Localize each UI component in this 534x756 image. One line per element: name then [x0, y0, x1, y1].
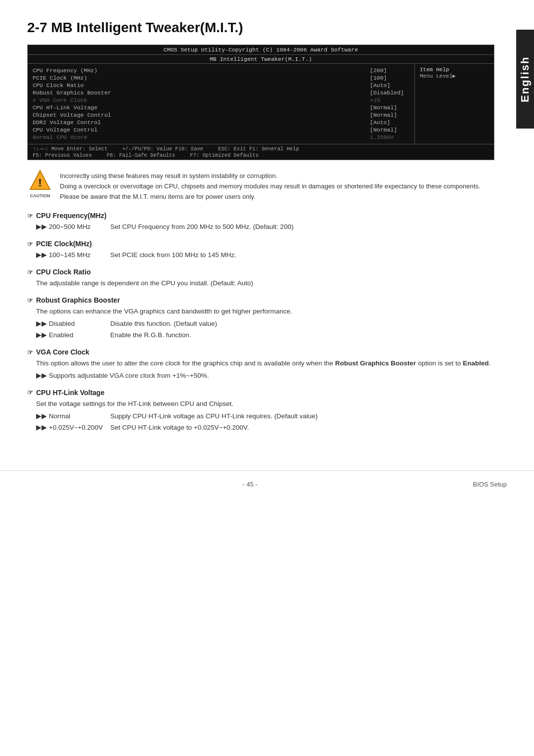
bios-subheader: MB Intelligent Tweaker(M.I.T.) — [28, 55, 494, 64]
bios-row: Normal CPU Vcore1.3500V — [33, 133, 409, 141]
section-body-vga-core-clock: This option allows the user to alter the… — [36, 358, 494, 382]
caution-line: Doing a overclock or overvoltage on CPU,… — [60, 181, 494, 192]
section-cpu-ht-link-voltage: CPU HT-Link VoltageSet the voltage setti… — [27, 389, 494, 434]
section-body-pcie-clock: ▶▶ 100~145 MHzSet PCIE clock from 100 MH… — [36, 250, 494, 261]
bios-screen: CMOS Setup Utility-Copyright (C) 1984-20… — [27, 44, 494, 160]
section-robust-graphics-booster: Robust Graphics BoosterThe options can e… — [27, 296, 494, 341]
bios-header: CMOS Setup Utility-Copyright (C) 1984-20… — [28, 45, 494, 55]
bullet-label: ▶▶ Disabled — [36, 318, 110, 330]
bullet-label: ▶▶ +0.025V~+0.200V — [36, 422, 110, 434]
bullet-row: ▶▶ 100~145 MHzSet PCIE clock from 100 MH… — [36, 250, 494, 261]
section-title-cpu-clock-ratio: CPU Clock Ratio — [27, 268, 494, 276]
bios-help-panel: Item Help Menu Level▶ — [415, 64, 494, 144]
bios-row: PCIE Clock (MHz)[100] — [33, 74, 409, 82]
section-body-text: This option allows the user to alter the… — [36, 358, 494, 369]
bullet-label: ▶▶ Normal — [36, 411, 110, 422]
caution-line: Please be aware that the M.I.T. menu ite… — [60, 192, 494, 202]
section-cpu-clock-ratio: CPU Clock RatioThe adjustable range is d… — [27, 268, 494, 289]
bullet-label: ▶▶ Enabled — [36, 330, 110, 341]
bios-row: DDR2 Voltage Control[Auto] — [33, 119, 409, 126]
bios-footer: ↑↓→←: Move Enter: Select+/-/PU/PD: Value… — [28, 144, 494, 160]
bios-row: x VGA Core Clock+1% — [33, 96, 409, 104]
english-tab: English — [516, 30, 534, 129]
bios-menu-level: Menu Level▶ — [420, 73, 489, 79]
bullet-row: ▶▶ NormalSupply CPU HT-Link voltage as C… — [36, 411, 494, 422]
bios-row: CPU Voltage Control[Normal] — [33, 126, 409, 133]
bullet-label: ▶▶ Supports adjustable VGA core clock fr… — [36, 370, 209, 382]
bullet-desc: Set CPU HT-Link voltage to +0.025V~+0.20… — [110, 422, 494, 434]
bullet-desc: Disable this function. (Default value) — [110, 318, 494, 330]
section-cpu-frequency: CPU Frequency(MHz)▶▶ 200~500 MHzSet CPU … — [27, 212, 494, 233]
bios-row: Chipset Voltage Control[Normal] — [33, 111, 409, 119]
bios-row: CPU Frequency (MHz)[200] — [33, 67, 409, 74]
section-title-cpu-ht-link-voltage: CPU HT-Link Voltage — [27, 389, 494, 397]
bullet-row: ▶▶ +0.025V~+0.200VSet CPU HT-Link voltag… — [36, 422, 494, 434]
section-body-cpu-frequency: ▶▶ 200~500 MHzSet CPU Frequency from 200… — [36, 222, 494, 233]
bullet-desc: Supply CPU HT-Link voltage as CPU HT-Lin… — [110, 411, 494, 422]
bullet-label: ▶▶ 100~145 MHz — [36, 250, 110, 261]
caution-text: Incorrectly using these features may res… — [60, 171, 494, 202]
section-body-robust-graphics-booster: The options can enhance the VGA graphics… — [36, 306, 494, 341]
caution-line: Incorrectly using these features may res… — [60, 171, 494, 181]
bios-row: Robust Graphics Booster[Disabled] — [33, 89, 409, 96]
bios-row: CPU Clock Ratio[Auto] — [33, 82, 409, 89]
section-pcie-clock: PCIE Clock(MHz)▶▶ 100~145 MHzSet PCIE cl… — [27, 240, 494, 261]
section-body-text: The options can enhance the VGA graphics… — [36, 306, 494, 317]
section-body-cpu-ht-link-voltage: Set the voltage settings for the HT-Link… — [36, 399, 494, 434]
bullet-desc: Set CPU Frequency from 200 MHz to 500 MH… — [110, 222, 494, 233]
page-footer: - 45 - BIOS Setup — [0, 470, 534, 498]
bios-item-help-label: Item Help — [420, 67, 489, 73]
bullet-desc: Set PCIE clock from 100 MHz to 145 MHz. — [110, 250, 494, 261]
section-body-cpu-clock-ratio: The adjustable range is dependent on the… — [36, 278, 494, 289]
section-title-robust-graphics-booster: Robust Graphics Booster — [27, 296, 494, 304]
section-title-vga-core-clock: VGA Core Clock — [27, 348, 494, 356]
bullet-row: ▶▶ Supports adjustable VGA core clock fr… — [36, 370, 494, 382]
page-number: - 45 - — [243, 481, 258, 488]
sections-container: CPU Frequency(MHz)▶▶ 200~500 MHzSet CPU … — [27, 212, 494, 433]
section-body-text: The adjustable range is dependent on the… — [36, 278, 494, 289]
bios-footer-row: ↑↓→←: Move Enter: Select+/-/PU/PD: Value… — [33, 146, 489, 152]
bullet-row: ▶▶ EnabledEnable the R.G.B. function. — [36, 330, 494, 341]
bullet-row: ▶▶ 200~500 MHzSet CPU Frequency from 200… — [36, 222, 494, 233]
bullet-label: ▶▶ 200~500 MHz — [36, 222, 110, 233]
svg-text:!: ! — [38, 177, 42, 189]
section-title-cpu-frequency: CPU Frequency(MHz) — [27, 212, 494, 220]
section-vga-core-clock: VGA Core ClockThis option allows the use… — [27, 348, 494, 382]
bios-settings-list: CPU Frequency (MHz)[200]PCIE Clock (MHz)… — [28, 64, 415, 144]
footer-section: BIOS Setup — [473, 481, 507, 488]
caution-label: CAUTION — [30, 192, 50, 199]
section-body-text: Set the voltage settings for the HT-Link… — [36, 399, 494, 410]
bios-footer-row: F5: Previous ValuesF6: Fail-Safe Default… — [33, 152, 489, 158]
bullet-row: ▶▶ DisabledDisable this function. (Defau… — [36, 318, 494, 330]
caution-box: ! CAUTION Incorrectly using these featur… — [27, 171, 494, 202]
bullet-desc: Enable the R.G.B. function. — [110, 330, 494, 341]
caution-icon: ! CAUTION — [27, 171, 53, 197]
page-title: 2-7 MB Intelligent Tweaker(M.I.T.) — [27, 20, 494, 36]
bios-row: CPU HT-Link Voltage[Normal] — [33, 104, 409, 111]
section-title-pcie-clock: PCIE Clock(MHz) — [27, 240, 494, 248]
